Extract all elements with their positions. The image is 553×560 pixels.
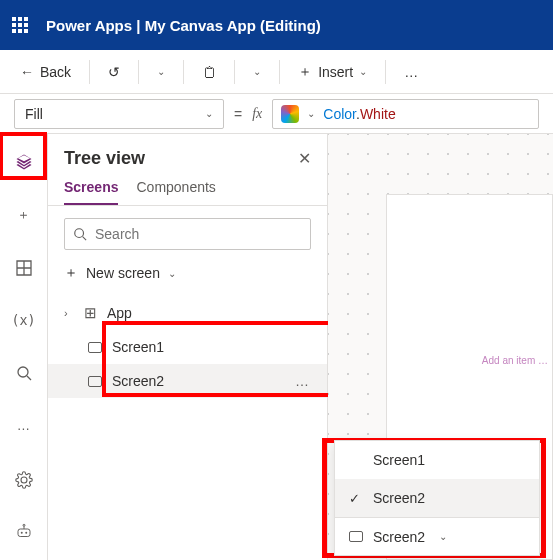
token-type: Color [323,106,356,122]
plus-icon: ＋ [298,63,312,81]
document-name: My Canvas App (Editing) [145,17,321,34]
tree-item-screen[interactable]: Screen2 … [48,364,327,398]
tree-view-pane: Tree view ✕ Screens Components ＋ New scr… [48,134,328,560]
chevron-down-icon: ⌄ [307,108,315,119]
variables-rail-button[interactable]: (x) [6,304,42,337]
insert-rail-button[interactable]: ＋ [6,199,42,232]
plus-icon: ＋ [17,206,30,224]
command-bar: ← Back ↺ ⌄ 📋︎ ⌄ ＋ Insert ⌄ … [0,50,553,94]
equals-sign: = [234,106,242,122]
copilot-icon[interactable] [281,105,299,123]
settings-rail-button[interactable] [6,462,42,498]
overflow-button[interactable]: … [394,58,428,86]
search-icon [16,365,32,381]
chevron-down-icon: ⌄ [168,268,176,279]
chevron-down-icon: ⌄ [439,531,447,542]
insert-button[interactable]: ＋ Insert ⌄ [288,57,377,87]
layers-icon [15,153,33,171]
screen-icon [88,342,102,353]
product-name: Power Apps [46,17,132,34]
tree-view-tabs: Screens Components [48,169,327,206]
more-rail-button[interactable]: … [6,409,42,442]
svg-line-8 [83,237,87,241]
tree-view-title: Tree view [64,148,145,169]
formula-input[interactable]: ⌄ Color.White [272,99,539,129]
chevron-down-icon: ⌄ [205,108,213,119]
title-bar: Power Apps | My Canvas App (Editing) [0,0,553,50]
app-launcher-icon[interactable] [12,17,28,33]
tree-item-label: Screen1 [112,339,164,355]
tree-view-rail-button[interactable] [6,146,42,179]
item-more-button[interactable]: … [295,373,311,389]
undo-button[interactable]: ↺ [98,58,130,86]
tree-item-label: App [107,305,132,321]
svg-line-1 [27,376,31,380]
tree-search[interactable] [64,218,311,250]
chevron-down-icon: ⌄ [359,66,367,77]
svg-point-4 [25,532,27,534]
menu-item-label: Screen1 [373,452,425,468]
chevron-down-icon: ⌄ [253,66,261,77]
more-icon: … [17,418,30,433]
tree-item-label: Screen2 [112,373,164,389]
more-icon: … [404,64,418,80]
property-dropdown[interactable]: Fill ⌄ [14,99,224,129]
svg-point-0 [18,367,28,377]
variables-icon: (x) [11,313,35,328]
insert-label: Insert [318,64,353,80]
search-input[interactable] [95,226,302,242]
paste-split-button[interactable]: ⌄ [243,60,271,83]
menu-item-screen2-dropdown[interactable]: Screen2 ⌄ [335,517,539,555]
token-value: White [360,106,396,122]
check-icon: ✓ [349,491,363,506]
svg-rect-2 [18,529,30,537]
menu-item-label: Screen2 [373,529,425,545]
menu-item-screen1[interactable]: Screen1 [335,441,539,479]
chevron-right-icon: › [64,307,74,319]
bot-icon [15,523,33,541]
chevron-down-icon: ⌄ [157,66,165,77]
gear-icon [15,471,33,489]
plus-icon: ＋ [64,264,78,282]
back-arrow-icon: ← [20,64,34,80]
tab-screens[interactable]: Screens [64,179,118,205]
search-icon [73,227,87,241]
screen-icon [88,376,102,387]
fx-icon[interactable]: fx [252,106,262,122]
title-separator: | [132,17,145,34]
data-rail-button[interactable] [6,251,42,284]
paste-button[interactable]: 📋︎ [192,58,226,86]
search-rail-button[interactable] [6,357,42,390]
tab-components[interactable]: Components [136,179,215,205]
menu-item-label: Screen2 [373,490,425,506]
left-rail: ＋ (x) … [0,134,48,560]
virtual-agent-rail-button[interactable] [6,514,42,550]
undo-split-button[interactable]: ⌄ [147,60,175,83]
screen-icon [349,531,363,542]
svg-point-6 [23,524,25,526]
new-screen-button[interactable]: ＋ New screen ⌄ [48,258,327,288]
back-button[interactable]: ← Back [10,58,81,86]
undo-icon: ↺ [108,64,120,80]
clipboard-icon: 📋︎ [202,64,216,80]
svg-point-7 [75,229,84,238]
property-name: Fill [25,106,43,122]
formula-bar: Fill ⌄ = fx ⌄ Color.White [0,94,553,134]
grid-icon [16,260,32,276]
menu-item-screen2[interactable]: ✓ Screen2 [335,479,539,517]
canvas-hint: Add an item … [482,355,548,366]
back-label: Back [40,64,71,80]
close-icon[interactable]: ✕ [298,149,311,168]
app-icon: ⊞ [84,304,97,322]
new-screen-label: New screen [86,265,160,281]
tree-item-screen[interactable]: Screen1 [48,330,327,364]
screen-picker-menu: Screen1 ✓ Screen2 Screen2 ⌄ [334,440,540,556]
tree-item-app[interactable]: › ⊞ App [48,296,327,330]
svg-point-3 [20,532,22,534]
